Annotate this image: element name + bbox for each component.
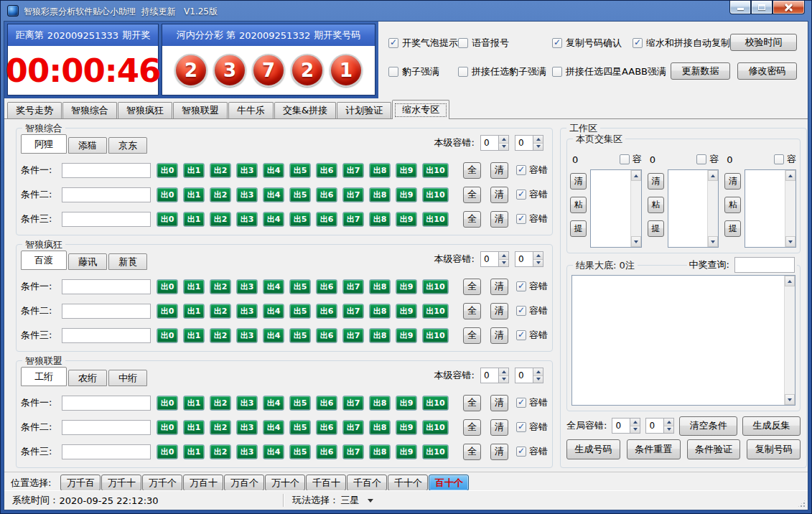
- out-button[interactable]: 出4: [263, 328, 284, 343]
- column-button[interactable]: 提: [570, 220, 587, 237]
- out-button[interactable]: 出5: [289, 420, 311, 435]
- out-button[interactable]: 出5: [289, 328, 311, 343]
- subtab[interactable]: 新莨: [108, 253, 147, 270]
- generate-inverse-button[interactable]: 生成反集: [742, 416, 801, 436]
- tolerance-checkbox[interactable]: 容错: [516, 445, 548, 458]
- column-button[interactable]: 清: [648, 173, 664, 190]
- out-button[interactable]: 出2: [210, 304, 231, 319]
- out-button[interactable]: 出5: [289, 212, 311, 227]
- out-button[interactable]: 出3: [236, 212, 258, 227]
- select-all-button[interactable]: 全: [463, 444, 481, 460]
- out-button[interactable]: 出9: [396, 163, 417, 178]
- verify-conditions-button[interactable]: 条件验证: [687, 439, 741, 459]
- clear-button[interactable]: 清: [490, 187, 508, 203]
- out-button[interactable]: 出9: [396, 304, 417, 319]
- out-button[interactable]: 出5: [289, 396, 311, 411]
- out-button[interactable]: 出10: [422, 304, 449, 319]
- out-button[interactable]: 出2: [210, 279, 231, 294]
- condition-input[interactable]: [62, 304, 151, 319]
- out-button[interactable]: 出9: [396, 328, 417, 343]
- spinner-value[interactable]: 0: [515, 368, 533, 383]
- out-button[interactable]: 出5: [289, 304, 311, 319]
- select-all-button[interactable]: 全: [463, 327, 481, 344]
- change-password-button[interactable]: 修改密码: [737, 62, 797, 80]
- condition-input[interactable]: [62, 212, 151, 227]
- condition-input[interactable]: [62, 420, 151, 435]
- scroll-down-button[interactable]: [708, 236, 718, 247]
- main-tab[interactable]: 交集&拼接: [274, 102, 336, 118]
- out-button[interactable]: 出1: [183, 304, 205, 319]
- out-button[interactable]: 出8: [369, 279, 391, 294]
- column-button[interactable]: 提: [724, 220, 741, 237]
- out-button[interactable]: 出0: [157, 396, 178, 411]
- spinner-value[interactable]: 0: [646, 419, 663, 433]
- out-button[interactable]: 出6: [316, 420, 337, 435]
- scroll-down-button[interactable]: [785, 236, 795, 247]
- spinner-value[interactable]: 0: [481, 368, 498, 383]
- out-button[interactable]: 出2: [210, 163, 231, 178]
- out-button[interactable]: 出5: [289, 187, 311, 202]
- spinner-up-button[interactable]: [499, 368, 508, 376]
- spinner-up-button[interactable]: [499, 136, 508, 144]
- out-button[interactable]: 出8: [369, 420, 391, 435]
- out-button[interactable]: 出0: [157, 328, 178, 343]
- out-button[interactable]: 出10: [422, 279, 449, 294]
- out-button[interactable]: 出3: [236, 279, 258, 294]
- condition-input[interactable]: [62, 328, 151, 343]
- out-button[interactable]: 出9: [396, 396, 417, 411]
- tolerance-checkbox[interactable]: 容: [696, 153, 719, 166]
- out-button[interactable]: 出3: [236, 328, 258, 343]
- tolerance-checkbox[interactable]: 容错: [516, 280, 548, 293]
- main-tab[interactable]: 智狼疯狂: [118, 102, 172, 118]
- clear-button[interactable]: 清: [490, 303, 508, 319]
- spinner-value[interactable]: 0: [515, 252, 533, 266]
- vertical-scrollbar[interactable]: [707, 170, 718, 247]
- resize-grip-icon[interactable]: [797, 499, 806, 508]
- out-button[interactable]: 出0: [157, 304, 178, 319]
- select-all-button[interactable]: 全: [463, 279, 481, 295]
- column-button[interactable]: 粘: [648, 197, 664, 213]
- scroll-down-button[interactable]: [785, 394, 795, 405]
- out-button[interactable]: 出0: [157, 187, 178, 202]
- out-button[interactable]: 出6: [316, 279, 337, 294]
- column-button[interactable]: 粘: [724, 197, 741, 213]
- out-button[interactable]: 出7: [342, 304, 364, 319]
- scroll-up-button[interactable]: [631, 170, 641, 181]
- position-button[interactable]: 千十个: [388, 475, 428, 491]
- spinner-down-button[interactable]: [499, 260, 508, 267]
- out-button[interactable]: 出1: [183, 396, 205, 411]
- out-button[interactable]: 出3: [236, 420, 258, 435]
- subtab[interactable]: 农绗: [68, 370, 107, 386]
- spinner-down-button[interactable]: [533, 376, 543, 383]
- option-checkbox[interactable]: 拼接任选四星AABB强满: [552, 65, 666, 78]
- out-button[interactable]: 出4: [263, 420, 284, 435]
- select-all-button[interactable]: 全: [463, 419, 481, 436]
- scroll-down-button[interactable]: [631, 236, 641, 247]
- winning-query-input[interactable]: [734, 257, 795, 273]
- vertical-scrollbar[interactable]: [630, 170, 641, 247]
- position-button[interactable]: 万千个: [142, 475, 182, 491]
- out-button[interactable]: 出8: [369, 187, 391, 202]
- subtab[interactable]: 阿狸: [21, 134, 67, 154]
- out-button[interactable]: 出0: [157, 420, 178, 435]
- out-button[interactable]: 出9: [396, 444, 417, 459]
- out-button[interactable]: 出4: [263, 279, 284, 294]
- subtab[interactable]: 京东: [108, 137, 147, 154]
- chevron-down-icon[interactable]: [368, 499, 373, 503]
- subtab[interactable]: 百渡: [21, 251, 67, 270]
- position-button[interactable]: 千百十: [306, 475, 346, 491]
- out-button[interactable]: 出1: [183, 420, 205, 435]
- condition-input[interactable]: [62, 279, 151, 294]
- out-button[interactable]: 出6: [316, 163, 337, 178]
- out-button[interactable]: 出3: [236, 163, 258, 178]
- clear-button[interactable]: 清: [490, 327, 508, 344]
- number-list[interactable]: [590, 169, 642, 248]
- out-button[interactable]: 出3: [236, 304, 258, 319]
- close-button[interactable]: [773, 1, 805, 14]
- out-button[interactable]: 出6: [316, 304, 337, 319]
- out-button[interactable]: 出0: [157, 444, 178, 459]
- tolerance-checkbox[interactable]: 容: [774, 153, 796, 166]
- subtab[interactable]: 工绗: [21, 367, 67, 386]
- out-button[interactable]: 出7: [342, 279, 364, 294]
- condition-input[interactable]: [62, 444, 151, 459]
